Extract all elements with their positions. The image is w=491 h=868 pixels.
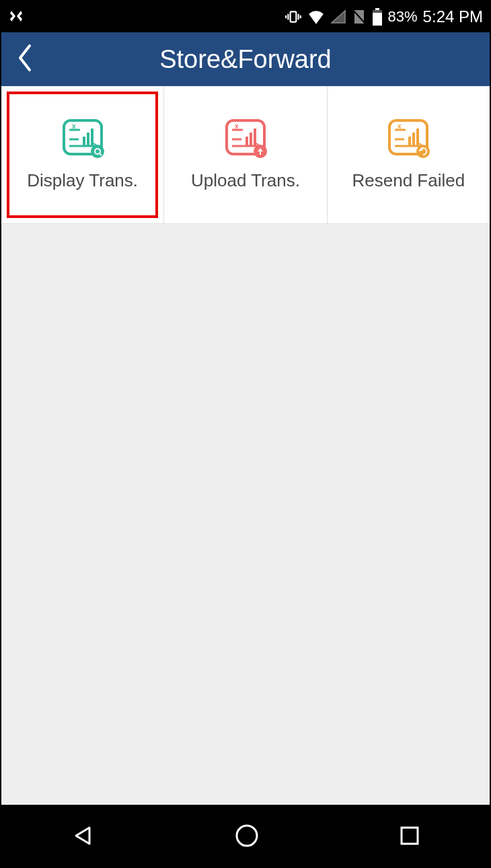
- tile-label: Upload Trans.: [191, 170, 300, 191]
- app-header: Store&Forward: [1, 32, 490, 86]
- chevron-left-icon: [16, 43, 34, 73]
- triangle-back-icon: [71, 824, 95, 848]
- back-button[interactable]: [16, 43, 34, 75]
- nav-back-button[interactable]: [71, 824, 95, 848]
- svg-rect-25: [254, 129, 256, 146]
- tile-label: Display Trans.: [27, 170, 138, 191]
- svg-rect-6: [375, 8, 379, 10]
- circle-home-icon: [234, 823, 260, 848]
- svg-rect-32: [408, 137, 411, 146]
- svg-rect-12: [83, 137, 85, 146]
- svg-rect-0: [290, 11, 296, 22]
- status-time: 5:24 PM: [423, 7, 483, 26]
- svg-rect-23: [245, 137, 248, 146]
- status-left-icons: [8, 9, 24, 25]
- nav-home-button[interactable]: [234, 823, 260, 848]
- tile-resend-failed[interactable]: x Resend Failed: [328, 86, 490, 223]
- content-area: x Display Trans. x: [1, 86, 490, 805]
- navigation-bar: [1, 805, 490, 867]
- tile-display-trans[interactable]: x Display Trans.: [1, 86, 164, 223]
- display-trans-icon: x: [60, 119, 106, 158]
- svg-rect-24: [250, 133, 252, 146]
- svg-text:x: x: [398, 122, 402, 130]
- status-right-icons: 83% 5:24 PM: [285, 7, 483, 26]
- svg-point-17: [91, 145, 104, 158]
- vibrate-icon: [285, 8, 302, 26]
- signal-empty-icon: [330, 9, 346, 24]
- tile-row: x Display Trans. x: [1, 86, 490, 224]
- status-bar: 83% 5:24 PM: [1, 1, 490, 32]
- svg-text:x: x: [235, 122, 239, 130]
- butterfly-icon: [8, 9, 24, 25]
- svg-point-37: [416, 145, 430, 158]
- square-recent-icon: [399, 825, 420, 846]
- svg-rect-14: [91, 129, 93, 146]
- svg-rect-33: [412, 133, 415, 146]
- page-title: Store&Forward: [1, 45, 490, 74]
- upload-trans-icon: x: [223, 119, 268, 158]
- battery-icon: [372, 8, 383, 26]
- svg-point-38: [237, 826, 257, 846]
- wifi-icon: [307, 9, 325, 24]
- svg-rect-13: [87, 133, 89, 146]
- resend-failed-icon: x: [385, 119, 431, 158]
- tile-upload-trans[interactable]: x Upload Trans.: [164, 86, 327, 223]
- svg-rect-39: [402, 828, 418, 844]
- nav-recent-button[interactable]: [399, 825, 420, 846]
- battery-percent: 83%: [388, 8, 418, 26]
- tile-label: Resend Failed: [352, 170, 465, 191]
- svg-text:x: x: [72, 122, 76, 130]
- svg-rect-34: [416, 129, 419, 146]
- no-sim-icon: [352, 9, 367, 25]
- svg-rect-8: [373, 10, 382, 13]
